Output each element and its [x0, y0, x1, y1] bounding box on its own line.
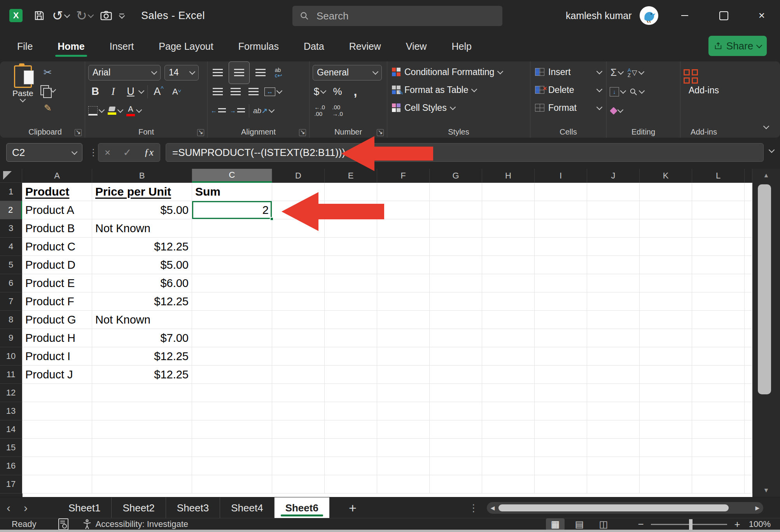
cell-E17[interactable] [325, 475, 377, 494]
cell-H13[interactable] [482, 402, 535, 420]
cell-J11[interactable] [587, 366, 640, 384]
cell-A3[interactable]: Product B [22, 219, 92, 238]
row-header-7[interactable]: 7 [0, 292, 22, 311]
cell-L2[interactable] [692, 201, 745, 219]
cell-I8[interactable] [535, 311, 587, 329]
tab-insert[interactable]: Insert [107, 37, 136, 56]
dots-handle-icon[interactable]: ⋮ [89, 147, 98, 158]
cell-J3[interactable] [587, 219, 640, 238]
sheet-tab-sheet6[interactable]: Sheet6 [275, 497, 329, 518]
collapse-ribbon-chevron-icon[interactable] [763, 123, 770, 130]
cell-J2[interactable] [587, 201, 640, 219]
scroll-right-icon[interactable]: ▶ [752, 505, 763, 511]
cell-H3[interactable] [482, 219, 535, 238]
cell-I14[interactable] [535, 420, 587, 439]
cell-C14[interactable] [192, 420, 272, 439]
formula-input[interactable] [166, 147, 763, 159]
minimize-button[interactable] [673, 0, 697, 31]
cell-J6[interactable] [587, 274, 640, 292]
cell-A14[interactable] [22, 420, 92, 439]
column-header-E[interactable]: E [325, 169, 377, 183]
underline-button[interactable]: U [124, 84, 143, 100]
cell-G14[interactable] [430, 420, 482, 439]
column-header-C[interactable]: C [192, 169, 272, 183]
cell-B13[interactable] [92, 402, 192, 420]
name-box[interactable]: C2 [6, 143, 82, 162]
cell-H16[interactable] [482, 457, 535, 475]
cell-I12[interactable] [535, 384, 587, 402]
cell-B6[interactable]: $6.00 [92, 274, 192, 292]
chevron-down-icon[interactable] [276, 88, 283, 94]
cell-A5[interactable]: Product D [22, 256, 92, 274]
cell-D5[interactable] [272, 256, 325, 274]
chevron-down-icon[interactable] [756, 42, 763, 48]
share-button[interactable]: Share [708, 36, 767, 56]
cell-H15[interactable] [482, 439, 535, 457]
cell-G4[interactable] [430, 238, 482, 256]
cell-L1[interactable] [692, 183, 745, 201]
font-name-select[interactable]: Arial [88, 65, 161, 80]
row-header-9[interactable]: 9 [0, 329, 22, 347]
cell-I7[interactable] [535, 292, 587, 311]
cell-G11[interactable] [430, 366, 482, 384]
align-middle-button[interactable] [229, 61, 250, 84]
cell-A16[interactable] [22, 457, 92, 475]
tab-help[interactable]: Help [449, 37, 474, 56]
align-bottom-button[interactable] [254, 65, 268, 80]
cancel-formula-button[interactable]: × [105, 147, 110, 159]
cell-I16[interactable] [535, 457, 587, 475]
column-header-K[interactable]: K [640, 169, 692, 183]
sheet-tab-sheet1[interactable]: Sheet1 [58, 497, 112, 518]
chevron-down-icon[interactable] [88, 12, 94, 18]
cell-K15[interactable] [640, 439, 692, 457]
cell-F8[interactable] [377, 311, 430, 329]
cell-D15[interactable] [272, 439, 325, 457]
cell-A13[interactable] [22, 402, 92, 420]
cell-A4[interactable]: Product C [22, 238, 92, 256]
cell-L3[interactable] [692, 219, 745, 238]
chevron-down-icon[interactable] [639, 88, 645, 94]
cell-E10[interactable] [325, 347, 377, 366]
chevron-down-icon[interactable] [138, 88, 145, 94]
cell-B15[interactable] [92, 439, 192, 457]
decrease-decimal-button[interactable]: .00→.0 [331, 103, 345, 119]
cell-L5[interactable] [692, 256, 745, 274]
user-name[interactable]: kamlesh kumar [566, 0, 632, 31]
decrease-font-button[interactable]: A^ [170, 84, 184, 100]
cell-E12[interactable] [325, 384, 377, 402]
conditional-formatting-button[interactable]: Conditional Formatting [390, 63, 527, 81]
cell-K14[interactable] [640, 420, 692, 439]
cell-H10[interactable] [482, 347, 535, 366]
chevron-down-icon[interactable] [620, 88, 626, 94]
cell-I5[interactable] [535, 256, 587, 274]
cell-L13[interactable] [692, 402, 745, 420]
chevron-down-icon[interactable] [72, 149, 78, 155]
cell-J16[interactable] [587, 457, 640, 475]
cell-I17[interactable] [535, 475, 587, 494]
cell-F9[interactable] [377, 329, 430, 347]
cell-G5[interactable] [430, 256, 482, 274]
column-header-H[interactable]: H [482, 169, 535, 183]
cell-C4[interactable] [192, 238, 272, 256]
cut-button[interactable]: ✂ [40, 65, 55, 80]
cell-K7[interactable] [640, 292, 692, 311]
cell-F16[interactable] [377, 457, 430, 475]
row-header-13[interactable]: 13 [0, 402, 22, 420]
cell-F10[interactable] [377, 347, 430, 366]
cell-I15[interactable] [535, 439, 587, 457]
cell-J1[interactable] [587, 183, 640, 201]
cell-G15[interactable] [430, 439, 482, 457]
cell-H9[interactable] [482, 329, 535, 347]
vertical-scrollbar-thumb[interactable] [758, 184, 771, 394]
chevron-down-icon[interactable] [617, 107, 624, 113]
accessibility-status[interactable]: Accessibility: Investigate [82, 519, 188, 529]
cell-C9[interactable] [192, 329, 272, 347]
cell-B17[interactable] [92, 475, 192, 494]
row-header-12[interactable]: 12 [0, 384, 22, 402]
row-header-3[interactable]: 3 [0, 219, 22, 238]
delete-cells-button[interactable]: × Delete [533, 81, 603, 99]
chevron-down-icon[interactable] [136, 107, 142, 113]
cell-F4[interactable] [377, 238, 430, 256]
chevron-down-icon[interactable] [99, 107, 105, 113]
cell-K9[interactable] [640, 329, 692, 347]
